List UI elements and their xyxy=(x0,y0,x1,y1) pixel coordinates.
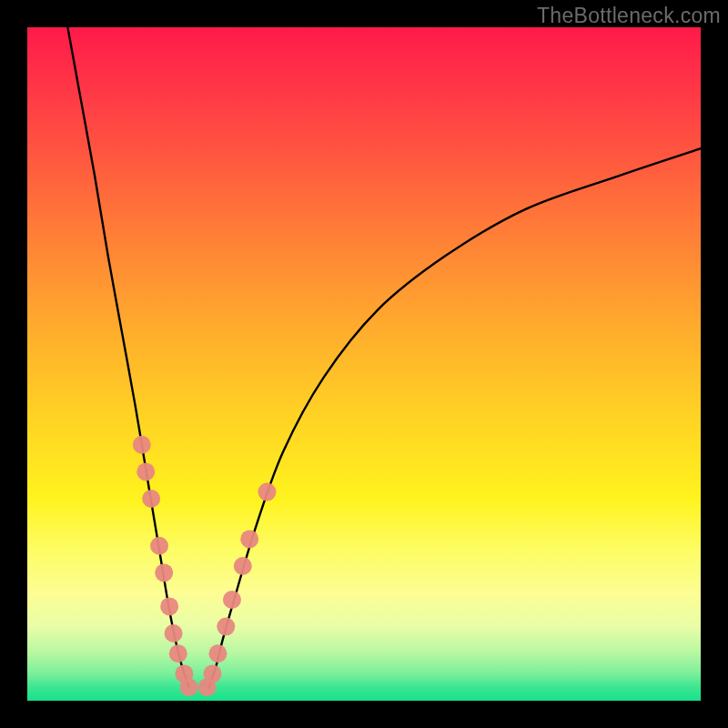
data-marker xyxy=(150,537,168,555)
data-marker xyxy=(180,678,198,696)
curve-path xyxy=(209,148,701,687)
chart-container: TheBottleneck.com xyxy=(0,0,728,728)
data-marker xyxy=(165,624,183,642)
plot-area xyxy=(27,27,701,701)
curve-layer xyxy=(67,27,701,687)
data-marker xyxy=(208,644,227,662)
data-marker xyxy=(133,436,151,454)
curve-svg xyxy=(27,27,701,701)
data-marker xyxy=(258,483,276,501)
data-marker xyxy=(169,644,187,662)
data-marker xyxy=(204,664,222,682)
data-marker xyxy=(160,597,178,615)
curve-path xyxy=(67,27,188,687)
data-marker xyxy=(155,563,173,581)
watermark-text: TheBottleneck.com xyxy=(537,4,721,28)
marker-layer xyxy=(133,436,277,696)
data-marker xyxy=(142,490,160,508)
data-marker xyxy=(223,591,241,609)
data-marker xyxy=(136,462,155,480)
data-marker xyxy=(240,530,258,548)
data-marker xyxy=(217,618,235,636)
data-marker xyxy=(234,557,252,575)
